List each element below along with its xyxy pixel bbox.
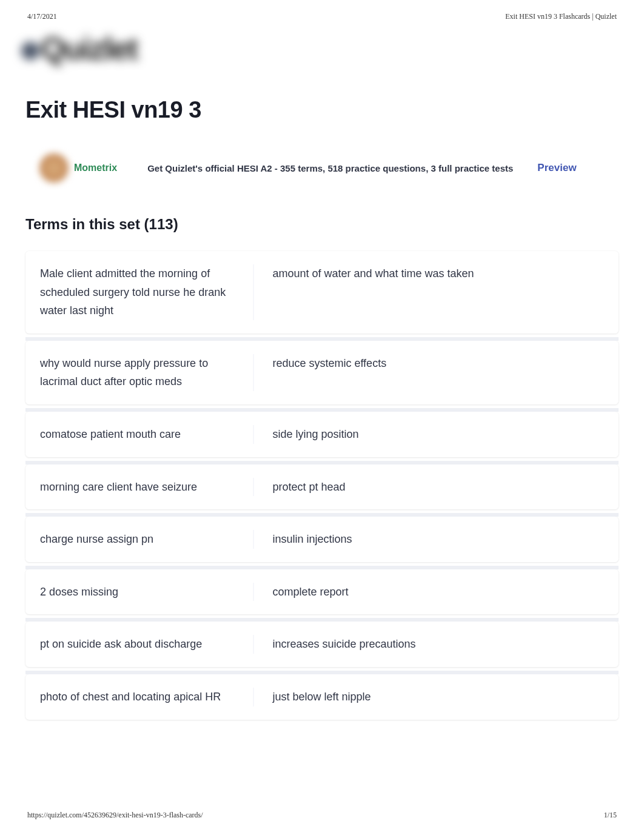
header-title: Exit HESI vn19 3 Flashcards | Quizlet xyxy=(505,12,617,21)
flashcard[interactable]: 2 doses missing complete report xyxy=(25,569,619,615)
flashcard[interactable]: morning care client have seizure protect… xyxy=(25,464,619,510)
card-term: charge nurse assign pn xyxy=(40,530,254,549)
card-definition: just below left nipple xyxy=(254,688,604,706)
promo-bar: Mometrix Get Quizlet's official HESI A2 … xyxy=(39,153,644,183)
card-term: morning care client have seizure xyxy=(40,478,254,497)
flashcard[interactable]: comatose patient mouth care side lying p… xyxy=(25,412,619,457)
card-definition: complete report xyxy=(254,583,604,602)
quizlet-logo: Quizlet xyxy=(21,30,644,67)
card-term: 2 doses missing xyxy=(40,583,254,602)
flashcard[interactable]: charge nurse assign pn insulin injection… xyxy=(25,517,619,562)
card-term: photo of chest and locating apical HR xyxy=(40,688,254,706)
mometrix-icon xyxy=(39,153,69,183)
mometrix-label[interactable]: Mometrix xyxy=(74,163,117,173)
page-header-meta: 4/17/2021 Exit HESI vn19 3 Flashcards | … xyxy=(0,0,644,27)
card-definition: side lying position xyxy=(254,425,604,444)
card-term: comatose patient mouth care xyxy=(40,425,254,444)
footer-page-number: 1/15 xyxy=(604,811,617,820)
card-definition: insulin injections xyxy=(254,530,604,549)
page-footer: https://quizlet.com/452639629/exit-hesi-… xyxy=(0,811,644,820)
flashcard[interactable]: Male client admitted the morning of sche… xyxy=(25,251,619,334)
card-term: why would nurse apply pressure to lacrim… xyxy=(40,354,254,391)
preview-link[interactable]: Preview xyxy=(537,162,576,174)
card-definition: amount of water and what time was taken xyxy=(254,264,604,320)
promo-text: Get Quizlet's official HESI A2 - 355 ter… xyxy=(147,163,513,173)
flashcard[interactable]: pt on suicide ask about discharge increa… xyxy=(25,622,619,667)
card-term: pt on suicide ask about discharge xyxy=(40,635,254,654)
card-definition: protect pt head xyxy=(254,478,604,497)
page-title: Exit HESI vn19 3 xyxy=(25,97,644,123)
flashcard[interactable]: why would nurse apply pressure to lacrim… xyxy=(25,341,619,404)
flashcard[interactable]: photo of chest and locating apical HR ju… xyxy=(25,674,619,720)
cards-container: Male client admitted the morning of sche… xyxy=(25,251,619,720)
card-definition: increases suicide precautions xyxy=(254,635,604,654)
card-definition: reduce systemic effects xyxy=(254,354,604,391)
card-term: Male client admitted the morning of sche… xyxy=(40,264,254,320)
footer-url: https://quizlet.com/452639629/exit-hesi-… xyxy=(27,811,203,820)
header-date: 4/17/2021 xyxy=(27,12,57,21)
terms-header: Terms in this set (113) xyxy=(25,216,644,233)
